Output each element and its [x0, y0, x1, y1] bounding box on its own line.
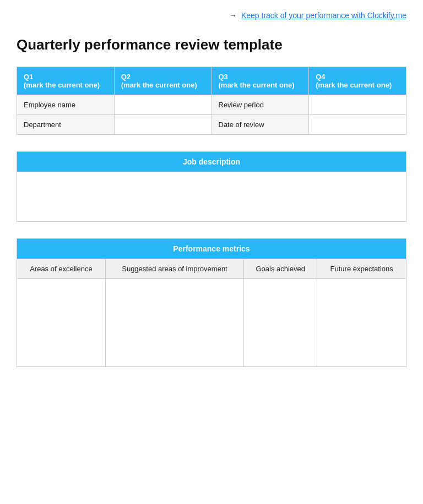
department-value[interactable] [114, 115, 212, 135]
performance-metrics-header: Performance metrics [17, 238, 406, 259]
review-period-label: Review period [212, 95, 309, 115]
employee-name-value[interactable] [114, 95, 212, 115]
job-description-content-row [17, 172, 406, 221]
performance-metrics-table: Performance metrics Areas of excellence … [17, 238, 406, 367]
q2-header: Q2(mark the current one) [114, 67, 212, 95]
areas-excellence-content[interactable] [17, 278, 106, 366]
top-link-container: → Keep track of your performance with Cl… [17, 11, 406, 20]
performance-metrics-header-row: Performance metrics [17, 238, 406, 259]
performance-metrics-content-row [17, 278, 406, 366]
col-suggested-areas: Suggested areas of improvement [105, 259, 243, 278]
department-row: Department Date of review [17, 115, 406, 135]
date-of-review-label: Date of review [212, 115, 309, 135]
col-areas-excellence: Areas of excellence [17, 259, 106, 278]
performance-metrics-subheader-row: Areas of excellence Suggested areas of i… [17, 259, 406, 278]
job-description-header: Job description [17, 152, 406, 172]
job-description-table: Job description [17, 151, 406, 222]
employee-name-row: Employee name Review period [17, 95, 406, 115]
col-future-expectations: Future expectations [317, 259, 406, 278]
col-goals-achieved: Goals achieved [244, 259, 317, 278]
q4-header: Q4(mark the current one) [309, 67, 406, 95]
review-period-value[interactable] [309, 95, 406, 115]
quarter-table: Q1(mark the current one) Q2(mark the cur… [17, 67, 406, 135]
clockify-link[interactable]: Keep track of your performance with Cloc… [241, 11, 406, 20]
job-description-content[interactable] [17, 172, 406, 221]
department-label: Department [17, 115, 115, 135]
quarter-header-row: Q1(mark the current one) Q2(mark the cur… [17, 67, 406, 95]
suggested-areas-content[interactable] [105, 278, 243, 366]
job-description-header-row: Job description [17, 152, 406, 172]
date-of-review-value[interactable] [309, 115, 406, 135]
q1-header: Q1(mark the current one) [17, 67, 115, 95]
goals-achieved-content[interactable] [244, 278, 317, 366]
q3-header: Q3(mark the current one) [212, 67, 309, 95]
employee-name-label: Employee name [17, 95, 115, 115]
arrow-icon: → [229, 11, 237, 20]
future-expectations-content[interactable] [317, 278, 406, 366]
page-title: Quarterly performance review template [17, 36, 406, 53]
